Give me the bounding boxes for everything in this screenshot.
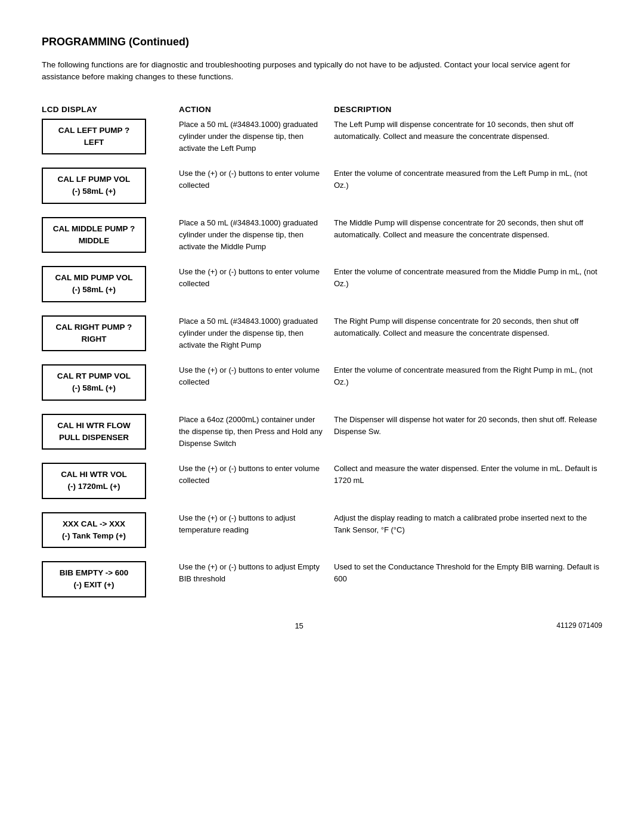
col-header-action: ACTION	[179, 105, 334, 114]
lcd-cell-9: BIB EMPTY -> 600(-) EXIT (+)	[42, 561, 179, 597]
desc-cell-1: Enter the volume of concentrate measured…	[334, 168, 602, 191]
lcd-box-9: BIB EMPTY -> 600(-) EXIT (+)	[42, 561, 146, 597]
action-cell-2: Place a 50 mL (#34843.1000) graduated cy…	[179, 217, 334, 253]
page-title: PROGRAMMING (Continued)	[42, 36, 602, 48]
table-row: CAL MIDDLE PUMP ?MIDDLEPlace a 50 mL (#3…	[42, 217, 602, 253]
lcd-box-2: CAL MIDDLE PUMP ?MIDDLE	[42, 217, 146, 253]
col-header-description: DESCRIPTION	[334, 105, 602, 114]
desc-cell-6: The Dispenser will dispense hot water fo…	[334, 414, 602, 438]
table-body: CAL LEFT PUMP ?LEFTPlace a 50 mL (#34843…	[42, 119, 602, 597]
lcd-cell-1: CAL LF PUMP VOL(-) 58mL (+)	[42, 168, 179, 204]
lcd-cell-4: CAL RIGHT PUMP ?RIGHT	[42, 315, 179, 352]
lcd-cell-8: XXX CAL -> XXX(-) Tank Temp (+)	[42, 512, 179, 549]
action-cell-0: Place a 50 mL (#34843.1000) graduated cy…	[179, 119, 334, 154]
table-row: CAL MID PUMP VOL(-) 58mL (+)Use the (+) …	[42, 266, 602, 302]
lcd-box-6: CAL HI WTR FLOWPULL DISPENSER	[42, 414, 146, 450]
desc-cell-4: The Right Pump will dispense concentrate…	[334, 315, 602, 339]
action-cell-5: Use the (+) or (-) buttons to enter volu…	[179, 364, 334, 388]
lcd-cell-7: CAL HI WTR VOL(-) 1720mL (+)	[42, 463, 179, 499]
action-cell-7: Use the (+) or (-) buttons to enter volu…	[179, 463, 334, 487]
table-row: CAL LEFT PUMP ?LEFTPlace a 50 mL (#34843…	[42, 119, 602, 155]
lcd-cell-0: CAL LEFT PUMP ?LEFT	[42, 119, 179, 155]
desc-cell-3: Enter the volume of concentrate measured…	[334, 266, 602, 290]
action-cell-8: Use the (+) or (-) buttons to adjust tem…	[179, 512, 334, 536]
table-row: CAL RIGHT PUMP ?RIGHTPlace a 50 mL (#348…	[42, 315, 602, 352]
col-header-lcd: LCD DISPLAY	[42, 105, 179, 114]
table-row: CAL HI WTR VOL(-) 1720mL (+)Use the (+) …	[42, 463, 602, 499]
doc-number: 41129 071409	[556, 621, 602, 630]
lcd-cell-6: CAL HI WTR FLOWPULL DISPENSER	[42, 414, 179, 450]
action-cell-9: Use the (+) or (-) buttons to adjust Emp…	[179, 561, 334, 585]
desc-cell-2: The Middle Pump will dispense concentrat…	[334, 217, 602, 241]
action-cell-6: Place a 64oz (2000mL) container under th…	[179, 414, 334, 450]
desc-cell-7: Collect and measure the water dispensed.…	[334, 463, 602, 487]
intro-text: The following functions are for diagnost…	[42, 59, 602, 83]
lcd-cell-5: CAL RT PUMP VOL(-) 58mL (+)	[42, 364, 179, 401]
lcd-box-5: CAL RT PUMP VOL(-) 58mL (+)	[42, 364, 146, 401]
lcd-cell-3: CAL MID PUMP VOL(-) 58mL (+)	[42, 266, 179, 302]
action-cell-3: Use the (+) or (-) buttons to enter volu…	[179, 266, 334, 290]
desc-cell-0: The Left Pump will dispense concentrate …	[334, 119, 602, 143]
desc-cell-9: Used to set the Conductance Threshold fo…	[334, 561, 602, 585]
action-cell-1: Use the (+) or (-) buttons to enter volu…	[179, 168, 334, 191]
table-row: BIB EMPTY -> 600(-) EXIT (+)Use the (+) …	[42, 561, 602, 597]
table-row: XXX CAL -> XXX(-) Tank Temp (+)Use the (…	[42, 512, 602, 549]
lcd-box-1: CAL LF PUMP VOL(-) 58mL (+)	[42, 168, 146, 204]
lcd-box-3: CAL MID PUMP VOL(-) 58mL (+)	[42, 266, 146, 302]
lcd-cell-2: CAL MIDDLE PUMP ?MIDDLE	[42, 217, 179, 253]
table-row: CAL LF PUMP VOL(-) 58mL (+)Use the (+) o…	[42, 168, 602, 204]
lcd-box-8: XXX CAL -> XXX(-) Tank Temp (+)	[42, 512, 146, 549]
lcd-box-4: CAL RIGHT PUMP ?RIGHT	[42, 315, 146, 352]
action-cell-4: Place a 50 mL (#34843.1000) graduated cy…	[179, 315, 334, 351]
page-number: 15	[42, 621, 556, 630]
desc-cell-5: Enter the volume of concentrate measured…	[334, 364, 602, 388]
desc-cell-8: Adjust the display reading to match a ca…	[334, 512, 602, 536]
lcd-box-7: CAL HI WTR VOL(-) 1720mL (+)	[42, 463, 146, 499]
table-row: CAL HI WTR FLOWPULL DISPENSERPlace a 64o…	[42, 414, 602, 450]
lcd-box-0: CAL LEFT PUMP ?LEFT	[42, 119, 146, 155]
table-row: CAL RT PUMP VOL(-) 58mL (+)Use the (+) o…	[42, 364, 602, 401]
